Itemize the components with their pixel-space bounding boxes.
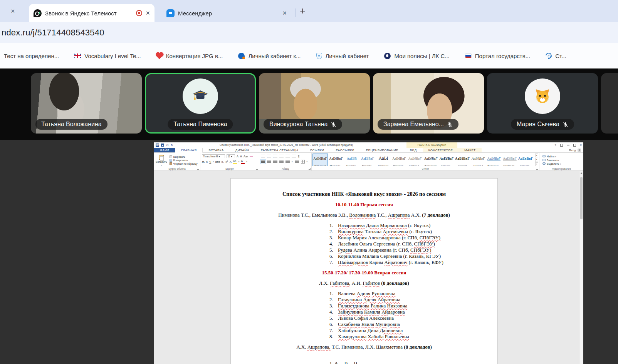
paste-button[interactable]: Вставить ▾ — [156, 154, 167, 166]
bookmark-item[interactable]: Тест на определен... — [4, 53, 59, 59]
ribbon-tab-конструктор[interactable]: КОНСТРУКТОР — [423, 148, 458, 152]
sign-in[interactable]: Вход — [569, 148, 581, 153]
undo-icon[interactable]: ↺ — [166, 144, 169, 147]
close-window-icon[interactable]: × — [580, 143, 582, 147]
address-bar[interactable]: ndex.ru/j/51714408543540 — [0, 22, 618, 43]
bookmark-item[interactable]: Личный кабинет к... — [238, 53, 301, 59]
numbered-list-icon[interactable] — [267, 155, 271, 158]
ribbon-tab-файл[interactable]: ФАЙЛ — [154, 148, 175, 152]
superscript-button[interactable]: x² — [225, 160, 228, 164]
strikethrough-button[interactable]: abc — [215, 160, 220, 164]
tab-close-icon[interactable]: × — [146, 9, 150, 17]
participant-tile[interactable]: Татьяна Воложанина — [31, 73, 142, 134]
align-right-icon[interactable] — [273, 160, 277, 164]
ribbon-display-icon[interactable] — [560, 144, 563, 147]
vertical-scrollbar[interactable] — [579, 171, 583, 364]
bookmark-item[interactable]: Ст... — [546, 53, 566, 59]
copy-button[interactable]: Копировать — [170, 159, 198, 162]
justify-icon[interactable] — [279, 160, 284, 164]
decrease-indent-icon[interactable] — [279, 155, 284, 158]
bookmark-item[interactable]: Личный кабинет — [316, 53, 369, 59]
redo-icon[interactable]: ↻ — [171, 144, 173, 147]
style-chip[interactable]: АаБвВвГ Сильная... — [518, 154, 533, 166]
restore-icon[interactable] — [573, 144, 576, 147]
style-chip[interactable]: АаБбВвГ Слабое в... — [407, 154, 423, 166]
ribbon-tab-вставка[interactable]: ВСТАВКА — [203, 148, 229, 152]
ribbon-tab-главная[interactable]: ГЛАВНАЯ — [175, 148, 203, 153]
style-chip[interactable]: АаБбВвГ Выделение — [423, 154, 438, 166]
font-color-button[interactable]: А — [241, 159, 245, 164]
dialog-launcher-icon[interactable] — [256, 168, 258, 170]
cut-button[interactable]: Вырезать — [170, 155, 198, 158]
bookmark-item[interactable]: Мои полисы | ЛК С... — [384, 53, 449, 59]
styles-gallery-scrollbar[interactable]: ▲▼≡ — [535, 154, 538, 166]
clear-format-icon[interactable] — [250, 156, 253, 157]
style-chip[interactable]: АаБбВ Заголово... — [344, 154, 359, 166]
style-chip[interactable]: АаБбВвГ Подзагол... — [391, 154, 407, 166]
help-icon[interactable]: ? — [554, 144, 556, 147]
shrink-font-button[interactable]: А̌ — [240, 155, 242, 158]
style-chip[interactable]: АаБбВвГ Слабая сс... — [502, 154, 517, 166]
dialog-launcher-icon[interactable] — [309, 168, 311, 170]
font-size-select[interactable]: 11 ▾ — [227, 154, 235, 158]
italic-button[interactable]: К — [206, 160, 208, 164]
grow-font-button[interactable]: А́ — [237, 155, 238, 158]
style-chip[interactable]: АаБбВвГ Цитата 2 — [470, 154, 486, 166]
scroll-up-icon[interactable] — [580, 172, 583, 174]
minimize-icon[interactable] — [567, 145, 569, 145]
style-chip[interactable]: АаБбВвГ Заголово... — [360, 154, 375, 166]
sort-icon[interactable] — [292, 155, 296, 158]
close-icon[interactable]: × — [11, 7, 15, 15]
align-center-icon[interactable] — [267, 160, 271, 164]
replace-button[interactable]: Заменить — [542, 159, 582, 162]
participant-tile[interactable]: Зармена Емельяно... — [373, 73, 484, 134]
save-icon[interactable] — [161, 144, 164, 147]
style-chip[interactable]: АаБбВвГ Строгий — [455, 154, 470, 166]
participant-tile[interactable]: Винокурова Татьяна — [259, 73, 370, 134]
highlight-button[interactable]: ab — [233, 159, 237, 164]
bookmark-item[interactable]: Vocabulary Level Te... — [74, 53, 141, 59]
style-chip[interactable]: АаБбВвГ Сильное... — [439, 154, 454, 166]
underline-button[interactable]: Ч — [209, 160, 211, 164]
align-left-icon[interactable] — [261, 160, 265, 164]
dialog-launcher-icon[interactable] — [197, 168, 199, 170]
pilcrow-icon[interactable]: ¶ — [298, 155, 299, 158]
style-chip[interactable]: АаБбВвГ ¶Обычный — [312, 154, 328, 166]
ribbon-tab-вид[interactable]: ВИД — [404, 148, 423, 152]
font-family-select[interactable]: Times New R ▾ — [202, 154, 225, 158]
bullet-list-icon[interactable] — [261, 155, 265, 158]
document-page[interactable]: Список участников НПК «Языковой вкус эпо… — [230, 178, 498, 364]
participant-tile[interactable]: Мария Сычева — [487, 73, 598, 134]
increase-indent-icon[interactable] — [285, 155, 290, 158]
tab-close-icon[interactable]: × — [282, 9, 287, 17]
participant-tile[interactable]: Татьяна Пименова — [145, 73, 256, 134]
style-chip[interactable]: АаЫ Название — [376, 154, 391, 166]
subscript-button[interactable]: x₂ — [222, 160, 224, 164]
ribbon-tab-рецензирование[interactable]: РЕЦЕНЗИРОВАНИЕ — [360, 148, 404, 152]
style-chip[interactable]: АаБбВвГ ¶Без инте... — [328, 154, 344, 166]
ribbon-tab-ссылки[interactable]: ССЫЛКИ — [304, 148, 330, 152]
change-case-button[interactable]: Аа▾ — [244, 155, 248, 158]
bookmark-item[interactable]: Конвертация JPG в... — [156, 53, 223, 59]
shading-icon[interactable] — [295, 160, 299, 164]
scrollbar-thumb[interactable] — [580, 177, 583, 219]
find-button[interactable]: Найти ▾ — [542, 155, 582, 158]
text-effects-button[interactable]: А — [230, 160, 232, 164]
ribbon-tab-разметка страницы[interactable]: РАЗМЕТКА СТРАНИЦЫ — [255, 148, 304, 152]
dialog-launcher-icon[interactable] — [536, 168, 538, 170]
tab-telemost-call[interactable]: Звонок в Яндекс Телемост × — [29, 4, 154, 22]
ribbon-tab-дизайн[interactable]: ДИЗАЙН — [230, 148, 255, 152]
ribbon-tab-макет[interactable]: МАКЕТ — [458, 148, 481, 152]
format-painter-button[interactable]: Формат по образцу — [170, 162, 198, 165]
line-spacing-icon[interactable] — [285, 160, 290, 164]
bookmark-item[interactable]: Портал государств... — [465, 53, 530, 59]
participant-tile-partial[interactable] — [601, 73, 618, 134]
borders-icon[interactable] — [301, 160, 305, 164]
select-button[interactable]: Выделить ▾ — [542, 162, 582, 165]
style-chip[interactable]: АаБбВвГ Выделенн... — [486, 154, 502, 166]
bold-button[interactable]: Ж — [202, 160, 205, 164]
new-tab-button[interactable]: + — [300, 5, 306, 17]
multilevel-list-icon[interactable] — [273, 155, 277, 158]
tab-messenger[interactable]: Мессенджер × — [162, 5, 291, 22]
ribbon-tab-рассылки[interactable]: РАССЫЛКИ — [330, 148, 360, 152]
